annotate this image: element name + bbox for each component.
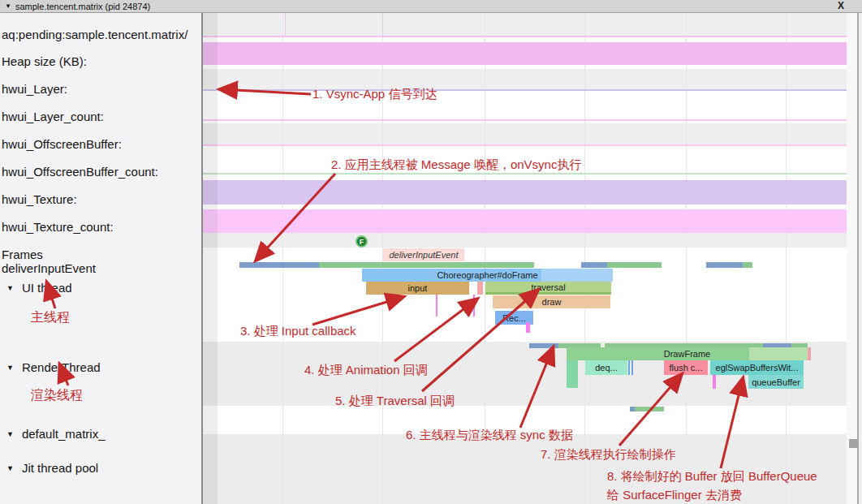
slice-label: DrawFrame: [664, 349, 710, 359]
track-label-aq-pending: aq:pending:sample.tencent.matrix/: [2, 28, 187, 41]
annotation-step-4: 4. 处理 Animation 回调: [304, 363, 428, 378]
collapse-icon[interactable]: ▼: [6, 364, 14, 372]
slice-draw[interactable]: draw: [493, 295, 610, 308]
hwui-offscreenbuffer-counter-line: [203, 144, 847, 146]
ui-thread-runstate-blue[interactable]: [706, 262, 743, 268]
thread-label: default_matrix_: [22, 427, 106, 441]
slice-queuebuffer[interactable]: queueBuffer: [748, 375, 804, 389]
slice-animation[interactable]: [477, 282, 483, 295]
sidebar-item-default-matrix[interactable]: ▼default_matrix_: [6, 427, 105, 441]
track-name-sidebar: aq:pending:sample.tencent.matrix/ Heap s…: [0, 13, 201, 504]
counter-tick: [526, 322, 530, 333]
close-icon[interactable]: X: [838, 0, 844, 11]
note-main-thread: 主线程: [31, 309, 70, 326]
counter-tick: [628, 360, 630, 375]
right-gutter: [847, 13, 857, 504]
hwui-layer-counter-line: [203, 89, 847, 91]
heap-size-counter-band[interactable]: [203, 42, 847, 65]
default-matrix-runstate-green[interactable]: [635, 407, 664, 411]
sidebar-item-ui-thread[interactable]: ▼UI thread: [6, 281, 72, 295]
thread-label: UI thread: [22, 281, 72, 295]
track-label-hwui-texture-count: hwui_Texture_count:: [2, 220, 114, 234]
aq-pending-counter-line: [203, 36, 847, 37]
sidebar-item-renderthread[interactable]: ▼RenderThread: [6, 360, 101, 374]
process-title: sample.tencent.matrix (pid 24874): [15, 2, 150, 11]
ui-thread-runstate-blue[interactable]: [239, 262, 319, 268]
slice-drawframe-end-sliver: [808, 347, 811, 360]
canvas-left-shade: [203, 13, 218, 504]
sidebar-canvas-divider: [201, 13, 203, 504]
slice-eglswapbuffers[interactable]: eglSwapBuffersWit...: [710, 360, 804, 375]
arrow-step-3: [312, 297, 403, 325]
ui-thread-runstate-green[interactable]: [607, 262, 662, 268]
hwui-texture-counter-band[interactable]: [203, 180, 847, 205]
track-label-hwui-offscreenbuffer: hwui_OffscreenBuffer:: [2, 137, 122, 151]
slice-drawframe-tail: [749, 347, 808, 360]
counter-tick: [473, 295, 475, 317]
track-row-frames[interactable]: [203, 233, 847, 248]
annotation-step-8-line1: 8. 将绘制好的 Buffer 放回 BufferQueue: [607, 469, 817, 485]
note-render-thread: 渲染线程: [31, 387, 83, 404]
ui-thread-runstate-green[interactable]: [743, 262, 752, 268]
sidebar-item-jit-thread-pool[interactable]: ▼Jit thread pool: [6, 461, 98, 475]
track-row-hwui-offscreenbuffer[interactable]: [203, 123, 847, 144]
track-label-frames: Frames: [2, 248, 43, 261]
ui-thread-runstate-green[interactable]: [319, 262, 534, 268]
annotation-step-6: 6. 主线程与渲染线程 sync 数据: [406, 428, 573, 443]
grid-line: [686, 13, 687, 504]
counter-tick: [436, 295, 437, 317]
counter-tick: [631, 360, 633, 375]
annotation-step-5: 5. 处理 Traversal 回调: [335, 394, 455, 409]
slice-input[interactable]: input: [366, 282, 469, 295]
trace-viewer-window: ▼ sample.tencent.matrix (pid 24874) X F …: [0, 0, 862, 504]
hwui-texture-count-counter-band[interactable]: [203, 209, 847, 233]
collapse-icon[interactable]: ▼: [6, 464, 14, 472]
frame-marker-badge[interactable]: F: [356, 235, 368, 248]
track-label-hwui-texture: hwui_Texture:: [2, 192, 77, 206]
counter-tick: [713, 375, 716, 389]
track-row-hwui-layer[interactable]: [203, 69, 847, 89]
track-row-aq-pending[interactable]: [203, 13, 847, 36]
annotation-step-8-line2: 给 SurfaceFlinger 去消费: [607, 488, 742, 503]
collapse-icon[interactable]: ▼: [5, 2, 11, 10]
track-label-hwui-layer-count: hwui_Layer_count:: [2, 110, 104, 123]
slice-choreographer-doframe[interactable]: Choreographer#doFrame: [362, 269, 613, 282]
track-label-hwui-offscreenbuffer-count: hwui_OffscreenBuffer_count:: [2, 165, 158, 179]
slice-deliver-input-event[interactable]: deliverInputEvent: [383, 248, 464, 261]
annotation-step-1: 1. Vsync-App 信号到达: [312, 87, 437, 102]
slice-drawframe[interactable]: DrawFrame: [567, 347, 808, 360]
process-titlebar[interactable]: ▼ sample.tencent.matrix (pid 24874) X: [0, 0, 862, 13]
thread-label: Jit thread pool: [22, 461, 98, 475]
thread-label: RenderThread: [22, 360, 101, 374]
track-label-hwui-layer: hwui_Layer:: [2, 82, 67, 96]
renderthread-runstate-blue[interactable]: [529, 343, 558, 348]
grid-line: [786, 13, 787, 504]
slice-label: Choreographer#doFrame: [437, 270, 537, 280]
slice-syncframestate[interactable]: [567, 360, 578, 388]
annotation-step-7: 7. 渲染线程执行绘制操作: [541, 447, 676, 463]
scrollbar-thumb[interactable]: [849, 439, 858, 448]
hwui-offscreenbuffer-count-counter-line: [203, 173, 847, 174]
annotation-step-2: 2. 应用主线程被 Message 唤醒，onVsync执行: [331, 157, 581, 173]
collapse-icon[interactable]: ▼: [6, 430, 14, 438]
grid-line: [584, 13, 585, 504]
track-label-heap-size: Heap size (KB):: [2, 54, 87, 68]
slice-traversal[interactable]: traversal: [485, 282, 611, 295]
vsync-tick: [382, 14, 383, 36]
hwui-layer-count-counter-line: [203, 119, 847, 121]
slice-dequeue-buffer[interactable]: deq...: [585, 360, 627, 375]
collapse-icon[interactable]: ▼: [6, 284, 14, 292]
annotation-step-3: 3. 处理 Input callback: [240, 324, 356, 339]
grid-line: [282, 13, 283, 504]
track-label-deliverinputevent: deliverInputEvent: [2, 261, 96, 275]
right-edge: [859, 13, 862, 504]
ui-thread-runstate-blue[interactable]: [581, 262, 607, 268]
slice-flush-commands[interactable]: flush c...: [664, 360, 708, 375]
slice-choreographer-tail: [541, 269, 613, 282]
vsync-tick: [285, 14, 286, 36]
